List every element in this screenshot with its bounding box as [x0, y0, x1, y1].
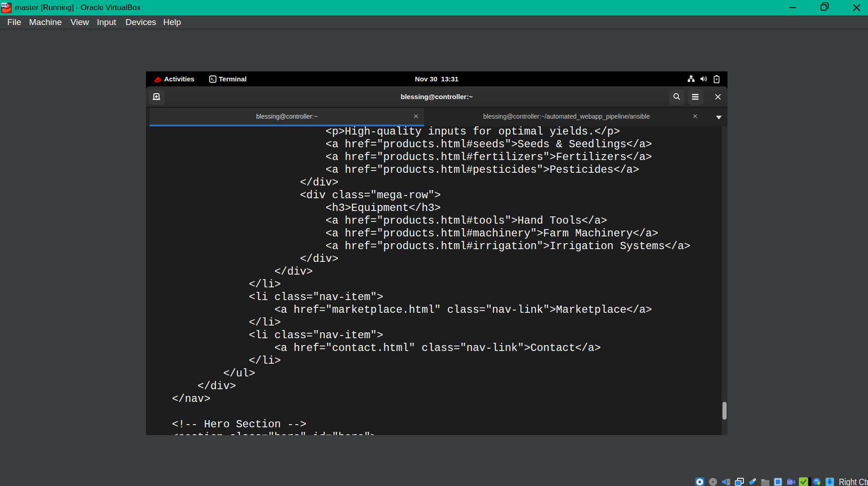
svg-text:x64: x64: [1, 3, 8, 7]
